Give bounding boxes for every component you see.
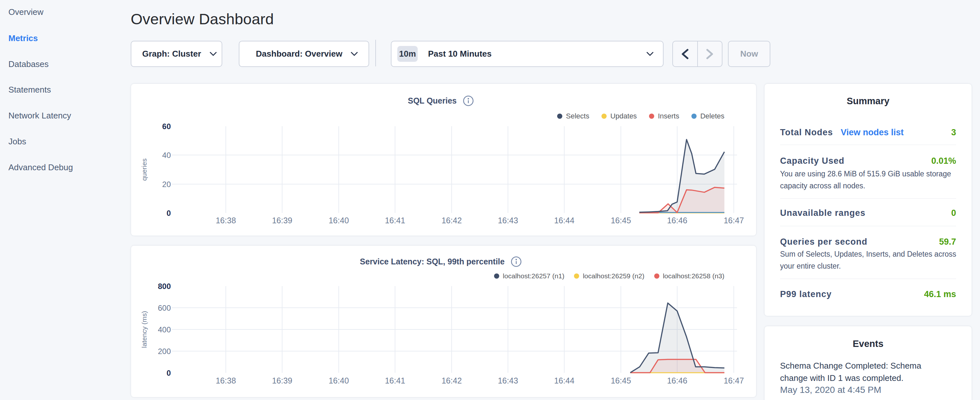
svg-text:0: 0 — [167, 209, 171, 217]
svg-text:16:47: 16:47 — [724, 376, 744, 385]
svg-text:16:46: 16:46 — [667, 376, 687, 385]
svg-text:400: 400 — [158, 325, 171, 334]
svg-text:queries: queries — [140, 159, 148, 181]
svg-text:16:44: 16:44 — [554, 376, 574, 385]
svg-text:16:42: 16:42 — [442, 216, 462, 225]
svg-text:800: 800 — [158, 282, 171, 291]
svg-text:16:40: 16:40 — [329, 216, 349, 225]
svg-text:16:39: 16:39 — [272, 216, 293, 225]
svg-text:16:43: 16:43 — [498, 376, 518, 385]
svg-text:600: 600 — [158, 304, 171, 312]
svg-text:16:43: 16:43 — [498, 216, 518, 225]
svg-text:16:40: 16:40 — [329, 376, 349, 385]
svg-text:40: 40 — [162, 151, 171, 159]
svg-text:16:41: 16:41 — [385, 216, 406, 225]
svg-text:16:47: 16:47 — [724, 216, 744, 225]
svg-text:latency (ms): latency (ms) — [140, 311, 148, 348]
svg-text:16:38: 16:38 — [216, 216, 236, 225]
svg-text:16:45: 16:45 — [611, 216, 631, 225]
svg-text:16:38: 16:38 — [216, 376, 236, 385]
svg-text:60: 60 — [162, 122, 171, 131]
svg-text:16:46: 16:46 — [667, 216, 687, 225]
svg-text:16:44: 16:44 — [554, 216, 574, 225]
svg-text:20: 20 — [162, 180, 171, 189]
svg-text:0: 0 — [167, 369, 171, 377]
svg-text:16:45: 16:45 — [611, 376, 631, 385]
svg-text:16:41: 16:41 — [385, 376, 406, 385]
svg-text:16:42: 16:42 — [442, 376, 462, 385]
svg-text:200: 200 — [158, 347, 171, 356]
svg-text:16:39: 16:39 — [272, 376, 293, 385]
